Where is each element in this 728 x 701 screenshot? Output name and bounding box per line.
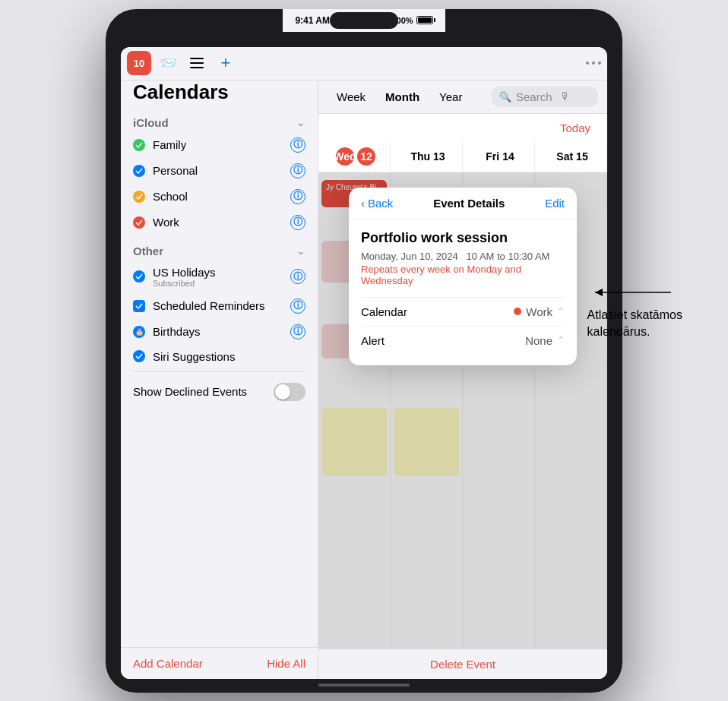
reminders-label: Scheduled Reminders [153,299,290,312]
dots-indicator [586,62,601,65]
show-declined-toggle[interactable] [274,383,305,401]
birthdays-info-btn[interactable]: ⓘ [290,324,305,339]
icloud-chevron: ⌄ [296,116,305,128]
svg-rect-1 [190,62,204,64]
personal-info-btn[interactable]: ⓘ [290,163,305,178]
event-detail-overlay: ‹ Back Event Details Edit Portfolio work… [318,172,607,649]
hide-all-btn[interactable]: Hide All [267,657,305,670]
back-label: Back [368,197,393,210]
ipad-screen: 10 📨 + [121,47,607,679]
sidebar: Calendars iCloud ⌄ Family ⓘ [121,81,318,679]
day-abbr-wed: Wed [336,147,354,166]
main-content: Calendars iCloud ⌄ Family ⓘ [121,81,607,679]
tab-week[interactable]: Week [328,86,375,108]
birthdays-label: Birthdays [153,325,290,338]
delete-event-btn[interactable]: Delete Event [430,658,495,671]
home-indicator [318,684,410,687]
school-label: School [153,190,290,203]
day-header-fri: Fri 14 [463,142,535,172]
reminders-info-btn[interactable]: ⓘ [290,298,305,314]
edit-btn[interactable]: Edit [545,197,565,210]
top-nav: 10 📨 + [121,47,607,81]
day-num-sat: 15 [576,150,588,163]
day-abbr-fri: Fri [486,150,499,163]
calendar-item-personal[interactable]: Personal ⓘ [121,158,318,184]
family-label: Family [153,138,290,151]
show-declined-label: Show Declined Events [133,385,247,398]
event-detail-card: ‹ Back Event Details Edit Portfolio work… [349,188,577,365]
search-bar[interactable]: 🔍 Search 🎙 [492,87,598,107]
event-alert-row[interactable]: Alert None ⌃ [361,326,565,355]
back-chevron: ‹ [361,197,365,210]
day-header-sat: Sat 15 [535,142,607,172]
ipad-frame: 9:41 AM Mon Jun 10 📶 100% 10 📨 [106,9,622,693]
alert-row-label: Alert [361,334,385,347]
other-label: Other [133,245,163,257]
day-abbr-thu: Thu [410,150,430,163]
icloud-label: iCloud [133,116,169,129]
usholidays-info-btn[interactable]: ⓘ [290,269,305,284]
calendar-icon[interactable]: 10 [127,51,151,75]
event-detail-title: Event Details [433,197,505,210]
calendar-item-work[interactable]: Work ⓘ [121,210,318,235]
calendar-item-siri[interactable]: Siri Suggestions [121,345,318,368]
calendar-chevron: ⌃ [557,306,565,317]
day-num-thu: 13 [433,150,445,163]
birthdays-dot: 🎂 [133,326,145,338]
calendar-item-school[interactable]: School ⓘ [121,184,318,210]
siri-label: Siri Suggestions [153,350,305,363]
alert-chevron: ⌃ [557,335,565,346]
alert-value: None [525,334,552,347]
usholidays-label: US HolidaysSubscribed [153,266,290,288]
other-chevron: ⌄ [296,245,305,257]
time-display: 9:41 AM [295,15,330,26]
usholidays-dot [133,270,145,283]
tab-month[interactable]: Month [376,86,429,108]
calendar-item-reminders[interactable]: Scheduled Reminders ⓘ [121,293,318,319]
day-header-thu: Thu 13 [391,142,463,172]
calendar-item-family[interactable]: Family ⓘ [121,132,318,158]
alert-row-value: None ⌃ [525,334,565,347]
cal-grid-container: Jy Cheung's Bi... [318,172,607,649]
add-icon[interactable]: + [214,51,238,75]
calendar-item-usholidays[interactable]: US HolidaysSubscribed ⓘ [121,261,318,293]
sidebar-title: Calendars [121,81,318,112]
school-info-btn[interactable]: ⓘ [290,189,305,204]
today-row: Today [318,114,607,142]
svg-rect-2 [190,67,204,68]
add-calendar-btn[interactable]: Add Calendar [133,657,203,670]
event-name: Portfolio work session [361,230,565,246]
day-num-wed: 12 [357,147,375,166]
event-calendar-row[interactable]: Calendar Work ⌃ [361,297,565,326]
calendar-area: Week Month Year 🔍 Search 🎙 Today [318,81,607,679]
search-input[interactable]: Search [516,90,552,103]
back-btn[interactable]: ‹ Back [361,197,393,210]
work-color-dot [514,308,521,315]
personal-label: Personal [153,164,290,177]
siri-dot [133,350,145,362]
calendar-value: Work [526,305,552,318]
event-detail-header: ‹ Back Event Details Edit [349,188,577,219]
icloud-section-header[interactable]: iCloud ⌄ [121,112,318,132]
today-btn[interactable]: Today [551,117,600,139]
svg-rect-0 [190,58,204,59]
sidebar-bottom: Add Calendar Hide All [121,647,318,679]
day-abbr-sat: Sat [556,150,573,163]
calendar-item-birthdays[interactable]: 🎂 Birthdays ⓘ [121,319,318,345]
status-bar: 9:41 AM Mon Jun 10 📶 100% [283,9,445,32]
inbox-icon[interactable]: 📨 [156,51,180,75]
days-header: Wed 12 Thu 13 Fri 14 Sat [318,142,607,172]
list-icon[interactable] [185,51,209,75]
tab-year[interactable]: Year [430,86,471,108]
other-section-header[interactable]: Other ⌄ [121,240,318,261]
event-detail-body: Portfolio work session Monday, Jun 10, 2… [349,219,577,365]
mic-icon[interactable]: 🎙 [560,90,571,103]
show-declined-row: Show Declined Events [121,375,318,409]
work-info-btn[interactable]: ⓘ [290,215,305,230]
school-dot [133,191,145,203]
calendar-row-value: Work ⌃ [514,305,565,318]
view-tabs: Week Month Year [328,86,492,108]
battery-icon [416,16,433,24]
sidebar-divider [133,371,305,372]
family-info-btn[interactable]: ⓘ [290,137,305,153]
